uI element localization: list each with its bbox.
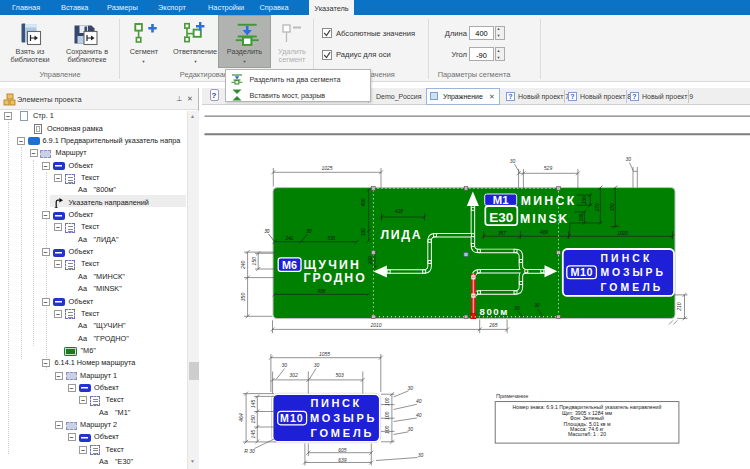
svg-text:100: 100 (384, 426, 390, 435)
svg-text:МОЗЫРЬ: МОЗЫРЬ (600, 267, 666, 278)
svg-text:М6: М6 (282, 259, 297, 271)
svg-text:503: 503 (336, 372, 345, 378)
svg-text:30: 30 (514, 306, 520, 311)
svg-text:800м: 800м (480, 306, 510, 317)
svg-text:145: 145 (250, 400, 256, 409)
svg-text:МИНСК: МИНСК (521, 194, 577, 208)
svg-text:145: 145 (250, 430, 256, 439)
svg-text:Е30: Е30 (489, 210, 513, 225)
svg-text:200: 200 (368, 256, 373, 265)
svg-text:30: 30 (314, 362, 320, 368)
svg-text:ГОМЕЛЬ: ГОМЕЛЬ (600, 282, 663, 293)
svg-text:2010: 2010 (369, 322, 381, 328)
svg-text:265: 265 (488, 322, 498, 328)
svg-text:Масштаб: 1 : 20: Масштаб: 1 : 20 (568, 431, 606, 437)
svg-text:464: 464 (238, 413, 244, 422)
svg-text:ЩУЧИН: ЩУЧИН (304, 258, 362, 272)
svg-text:1010: 1010 (617, 231, 628, 236)
svg-text:ГРОДНО: ГРОДНО (304, 271, 367, 285)
svg-text:240: 240 (240, 260, 246, 270)
svg-text:30: 30 (418, 452, 424, 458)
svg-text:R 30: R 30 (244, 448, 255, 454)
svg-text:40: 40 (416, 398, 422, 404)
svg-text:30: 30 (625, 156, 631, 162)
svg-text:М10: М10 (280, 412, 304, 424)
svg-text:1055: 1055 (319, 351, 330, 357)
svg-text:М1: М1 (493, 194, 509, 206)
svg-text:400: 400 (361, 198, 366, 206)
svg-text:30: 30 (408, 426, 414, 432)
svg-text:100: 100 (361, 228, 366, 236)
svg-text:MINSK: MINSK (520, 212, 569, 226)
svg-text:350: 350 (610, 203, 615, 211)
svg-text:605: 605 (338, 447, 347, 453)
svg-text:270: 270 (595, 203, 600, 212)
svg-text:МОЗЫРЬ: МОЗЫРЬ (310, 412, 377, 424)
svg-text:ГОМЕЛЬ: ГОМЕЛЬ (311, 427, 375, 439)
svg-text:30: 30 (534, 303, 540, 308)
svg-text:30: 30 (282, 362, 288, 368)
svg-text:150: 150 (251, 257, 257, 266)
svg-text:469: 469 (540, 230, 548, 235)
svg-text:30: 30 (510, 158, 516, 164)
svg-text:357: 357 (498, 231, 506, 236)
svg-text:ЛИДА: ЛИДА (381, 228, 423, 242)
svg-text:530: 530 (327, 236, 335, 241)
svg-text:242: 242 (285, 236, 294, 241)
svg-text:ПИНСК: ПИНСК (600, 253, 652, 264)
svg-text:100: 100 (384, 412, 390, 421)
svg-text:30: 30 (408, 385, 414, 391)
svg-text:210: 210 (677, 302, 683, 312)
svg-text:150: 150 (250, 415, 256, 424)
svg-text:908: 908 (318, 289, 326, 294)
svg-text:40: 40 (416, 412, 422, 418)
svg-text:30: 30 (306, 229, 312, 234)
svg-text:100: 100 (384, 398, 390, 407)
svg-text:1025: 1025 (321, 165, 332, 171)
svg-text:302: 302 (289, 372, 298, 378)
svg-text:М10: М10 (571, 266, 594, 278)
svg-text:418: 418 (395, 209, 403, 214)
svg-text:529: 529 (544, 165, 553, 171)
svg-text:30: 30 (264, 229, 270, 234)
svg-text:100: 100 (582, 196, 587, 204)
svg-text:639: 639 (338, 457, 347, 463)
svg-text:100: 100 (579, 213, 584, 221)
svg-text:ПИНСК: ПИНСК (310, 397, 361, 409)
svg-text:Примечание: Примечание (496, 393, 528, 399)
svg-text:350: 350 (240, 293, 246, 302)
